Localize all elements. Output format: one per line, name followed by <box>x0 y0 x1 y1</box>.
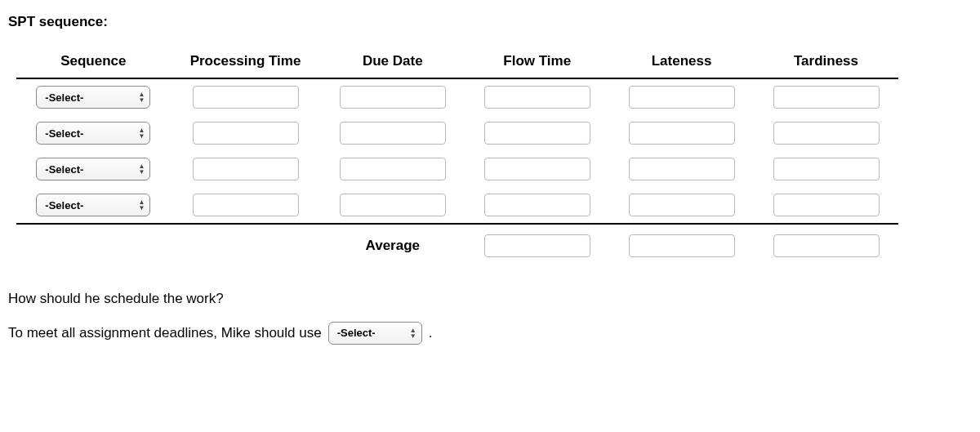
schedule-method-select[interactable]: -Select- ▲▼ <box>328 322 422 345</box>
processing-input[interactable] <box>193 86 299 109</box>
sequence-select[interactable]: -Select- ▲▼ <box>36 86 150 109</box>
due-input[interactable] <box>340 86 446 109</box>
sequence-select[interactable]: -Select- ▲▼ <box>36 122 150 145</box>
chevron-updown-icon: ▲▼ <box>138 199 145 211</box>
flow-input[interactable] <box>484 158 590 180</box>
tardiness-input[interactable] <box>773 158 880 180</box>
processing-input[interactable] <box>193 194 299 216</box>
chevron-updown-icon: ▲▼ <box>410 327 416 339</box>
flow-input[interactable] <box>484 122 590 145</box>
lateness-input[interactable] <box>629 122 735 145</box>
select-value: -Select- <box>45 163 135 176</box>
tardiness-input[interactable] <box>773 122 880 145</box>
due-input[interactable] <box>340 158 446 180</box>
due-input[interactable] <box>340 122 446 145</box>
select-value: -Select- <box>337 323 407 344</box>
processing-input[interactable] <box>193 158 299 180</box>
tardiness-input[interactable] <box>773 194 880 216</box>
avg-flow-input[interactable] <box>484 234 590 257</box>
flow-input[interactable] <box>484 194 590 216</box>
due-input[interactable] <box>340 194 446 216</box>
processing-input[interactable] <box>193 122 299 145</box>
col-header-due: Due Date <box>320 47 465 78</box>
lateness-input[interactable] <box>629 158 735 180</box>
chevron-updown-icon: ▲▼ <box>138 127 145 139</box>
tardiness-input[interactable] <box>773 86 880 109</box>
question-line2b: . <box>429 319 433 347</box>
question-block: How should he schedule the work? To meet… <box>8 285 972 347</box>
col-header-processing: Processing Time <box>171 47 321 78</box>
col-header-tardiness: Tardiness <box>754 47 898 78</box>
lateness-input[interactable] <box>629 194 735 216</box>
page-title: SPT sequence: <box>8 14 972 30</box>
col-header-sequence: Sequence <box>16 47 171 78</box>
table-row: -Select- ▲▼ <box>16 187 898 224</box>
chevron-updown-icon: ▲▼ <box>138 91 145 103</box>
select-value: -Select- <box>45 127 135 140</box>
chevron-updown-icon: ▲▼ <box>138 163 145 175</box>
sequence-select[interactable]: -Select- ▲▼ <box>36 158 150 180</box>
average-row: Average <box>16 224 898 264</box>
col-header-flow: Flow Time <box>465 47 609 78</box>
question-line1: How should he schedule the work? <box>8 285 972 313</box>
col-header-lateness: Lateness <box>609 47 754 78</box>
spt-table: Sequence Processing Time Due Date Flow T… <box>16 47 898 264</box>
table-row: -Select- ▲▼ <box>16 151 898 187</box>
flow-input[interactable] <box>484 86 590 109</box>
table-row: -Select- ▲▼ <box>16 115 898 151</box>
table-row: -Select- ▲▼ <box>16 78 898 115</box>
lateness-input[interactable] <box>629 86 735 109</box>
select-value: -Select- <box>45 91 135 104</box>
avg-lateness-input[interactable] <box>629 234 735 257</box>
sequence-select[interactable]: -Select- ▲▼ <box>36 194 150 216</box>
avg-tardiness-input[interactable] <box>773 234 880 257</box>
select-value: -Select- <box>45 199 135 212</box>
question-line2a: To meet all assignment deadlines, Mike s… <box>8 319 322 347</box>
average-label: Average <box>366 238 420 253</box>
